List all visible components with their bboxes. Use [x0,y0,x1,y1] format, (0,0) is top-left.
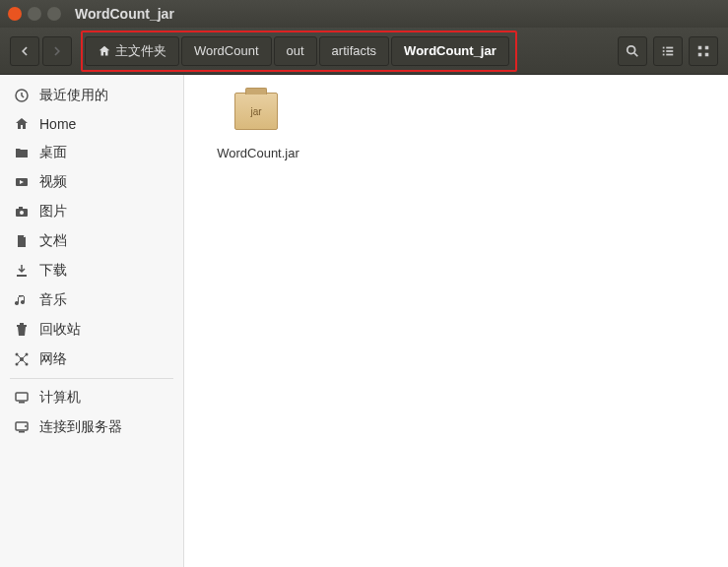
camera-icon [14,204,30,220]
svg-point-0 [628,45,635,53]
sidebar-item-label: 视频 [39,173,67,191]
jar-icon: jar [234,93,282,140]
sidebar: 最近使用的Home桌面视频图片文档下载音乐回收站网络计算机连接到服务器 [0,75,184,567]
svg-rect-7 [698,45,702,49]
breadcrumb-seg-0[interactable]: WordCount [181,36,272,66]
sidebar-item-music[interactable]: 音乐 [0,285,183,315]
toolbar-right [618,36,718,66]
sidebar-item-desktop[interactable]: 桌面 [0,138,183,167]
svg-rect-5 [663,53,665,55]
sidebar-item-home[interactable]: Home [0,110,183,138]
file-name: WordCount.jar [217,146,299,160]
trash-icon [14,322,30,338]
list-icon [661,44,675,58]
music-icon [14,292,30,308]
svg-point-26 [25,425,27,427]
sidebar-item-downloads[interactable]: 下载 [0,256,183,285]
sidebar-item-pictures[interactable]: 图片 [0,197,183,226]
titlebar: WordCount_jar [0,0,728,28]
sidebar-item-label: 最近使用的 [39,87,108,104]
main: 最近使用的Home桌面视频图片文档下载音乐回收站网络计算机连接到服务器 jarW… [0,75,728,567]
sidebar-separator [10,378,173,379]
svg-rect-3 [663,50,665,52]
svg-rect-9 [698,52,702,56]
svg-rect-24 [19,402,25,404]
home-icon [98,44,111,58]
svg-rect-8 [705,45,709,49]
svg-rect-6 [666,53,673,55]
forward-button[interactable] [42,36,72,66]
window-title: WordCount_jar [75,6,174,22]
folder-icon [14,145,30,160]
sidebar-item-documents[interactable]: 文档 [0,226,183,256]
breadcrumb: 主文件夹 WordCount out artifacts WordCount_j… [81,31,517,72]
sidebar-item-label: 计算机 [39,389,81,407]
sidebar-item-computer[interactable]: 计算机 [0,383,183,412]
video-icon [14,174,30,190]
svg-rect-10 [705,52,709,56]
svg-rect-2 [666,46,673,48]
breadcrumb-seg-1[interactable]: out [274,36,317,66]
breadcrumb-seg-2[interactable]: artifacts [319,36,390,66]
computer-icon [14,390,30,406]
view-list-button[interactable] [653,36,683,66]
clock-icon [14,88,30,103]
svg-rect-23 [16,393,28,401]
view-grid-button[interactable] [689,36,718,66]
download-icon [14,263,30,279]
svg-rect-15 [19,207,23,209]
sidebar-item-label: 图片 [39,203,67,220]
back-button[interactable] [10,36,39,66]
sidebar-item-label: 连接到服务器 [39,418,122,436]
sidebar-item-label: 桌面 [39,144,67,161]
svg-rect-4 [666,50,673,52]
sidebar-item-recent[interactable]: 最近使用的 [0,81,183,110]
search-icon [626,44,639,58]
file-item[interactable]: jarWordCount.jar [204,93,312,160]
toolbar: 主文件夹 WordCount out artifacts WordCount_j… [0,28,728,75]
doc-icon [14,233,30,249]
home-icon [14,116,30,132]
maximize-icon[interactable] [47,7,61,21]
search-button[interactable] [618,36,647,66]
sidebar-item-label: 音乐 [39,291,67,309]
minimize-icon[interactable] [28,7,41,21]
network-icon [14,351,30,367]
breadcrumb-seg-3[interactable]: WordCount_jar [391,36,509,66]
svg-rect-27 [19,431,25,433]
svg-rect-17 [20,323,24,325]
sidebar-item-trash[interactable]: 回收站 [0,315,183,345]
sidebar-item-network[interactable]: 网络 [0,345,183,374]
grid-icon [696,44,710,58]
svg-point-14 [20,211,24,215]
sidebar-item-label: Home [39,116,76,132]
sidebar-item-label: 回收站 [39,321,81,339]
close-icon[interactable] [8,7,22,21]
svg-rect-1 [663,46,665,48]
breadcrumb-home-label: 主文件夹 [115,42,166,60]
sidebar-item-label: 网络 [39,350,67,368]
sidebar-item-server[interactable]: 连接到服务器 [0,412,183,442]
svg-rect-16 [17,325,27,327]
server-icon [14,419,30,435]
sidebar-item-videos[interactable]: 视频 [0,167,183,197]
sidebar-item-label: 文档 [39,232,67,250]
breadcrumb-home[interactable]: 主文件夹 [85,36,179,66]
file-pane[interactable]: jarWordCount.jar [184,75,728,567]
sidebar-item-label: 下载 [39,262,67,280]
window-buttons [8,7,61,21]
